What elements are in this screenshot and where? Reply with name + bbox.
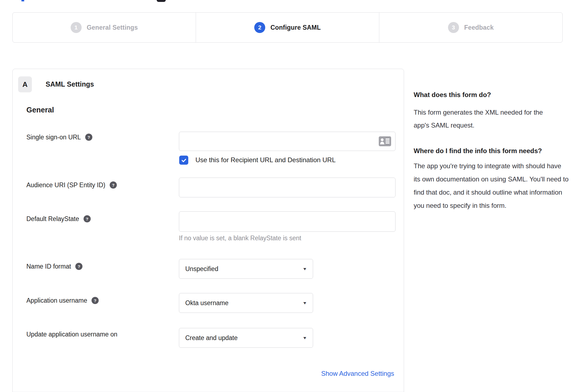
relaystate-label: Default RelayState [26, 215, 79, 223]
general-section-heading: General [26, 106, 54, 114]
step-configure-saml[interactable]: 2 Configure SAML [196, 13, 379, 42]
app-username-label: Application username [26, 297, 87, 304]
step-3-label: Feedback [464, 24, 494, 31]
step-general-settings[interactable]: 1 General Settings [13, 13, 196, 42]
relaystate-help-icon[interactable]: ? [84, 215, 91, 222]
name-id-format-help-icon[interactable]: ? [75, 263, 82, 270]
audience-uri-input[interactable] [179, 178, 396, 197]
step-2-label: Configure SAML [270, 24, 321, 31]
chevron-down-icon: ▼ [302, 336, 307, 340]
sidebar-heading-what: What does this form do? [414, 91, 569, 99]
audience-uri-label: Audience URI (SP Entity ID) [26, 181, 105, 189]
step-feedback[interactable]: 3 Feedback [379, 13, 562, 42]
update-username-label: Update application username on [26, 331, 117, 338]
card-title: SAML Settings [46, 80, 94, 88]
name-id-format-select[interactable]: Unspecified ▼ [179, 259, 313, 279]
saml-settings-card: A SAML Settings General Single sign-on U… [12, 69, 404, 392]
chevron-down-icon: ▼ [302, 267, 307, 271]
help-sidebar: What does this form do? This form genera… [414, 91, 569, 212]
sidebar-heading-where: Where do I find the info this form needs… [414, 144, 551, 157]
name-id-format-label: Name ID format [26, 263, 71, 270]
update-username-select[interactable]: Create and update ▼ [179, 328, 313, 348]
audience-uri-label-row: Audience URI (SP Entity ID) ? [26, 181, 117, 189]
step-2-number: 2 [254, 22, 265, 33]
sidebar-body-where: The app you're trying to integrate with … [414, 159, 569, 212]
sso-url-input[interactable] [179, 132, 396, 151]
name-id-format-label-row: Name ID format ? [26, 262, 82, 270]
recipient-url-checkbox-label[interactable]: Use this for Recipient URL and Destinati… [195, 156, 336, 164]
step-1-number: 1 [71, 22, 82, 33]
wizard-stepper: 1 General Settings 2 Configure SAML 3 Fe… [12, 12, 563, 43]
audience-uri-help-icon[interactable]: ? [110, 181, 117, 189]
sidebar-body-what: This form generates the XML needed for t… [414, 106, 558, 132]
relaystate-helper-text: If no value is set, a blank RelayState i… [179, 234, 301, 242]
relaystate-input[interactable] [179, 211, 396, 232]
checkmark-icon [181, 157, 187, 163]
relaystate-label-row: Default RelayState ? [26, 215, 91, 223]
step-3-number: 3 [448, 22, 459, 33]
section-a-badge: A [18, 76, 32, 92]
relaystate-input-wrap [179, 211, 396, 232]
name-id-format-value: Unspecified [185, 265, 218, 273]
show-advanced-settings-link[interactable]: Show Advanced Settings [321, 370, 394, 377]
app-username-select[interactable]: Okta username ▼ [179, 293, 313, 313]
header-fragment-blue-icon [21, 0, 24, 1]
chevron-down-icon: ▼ [302, 301, 307, 305]
update-username-value: Create and update [185, 334, 238, 342]
recipient-url-checkbox[interactable] [179, 156, 188, 165]
header-fragment-dark-icon [157, 0, 166, 2]
sso-url-label: Single sign-on URL [26, 134, 81, 141]
sso-url-help-icon[interactable]: ? [85, 134, 92, 141]
update-username-label-row: Update application username on [26, 330, 117, 338]
app-username-help-icon[interactable]: ? [92, 297, 99, 304]
audience-uri-input-wrap [179, 178, 396, 197]
step-1-label: General Settings [87, 24, 138, 31]
app-username-label-row: Application username ? [26, 296, 99, 305]
sso-url-label-row: Single sign-on URL ? [26, 133, 92, 141]
app-username-value: Okta username [185, 299, 228, 307]
contact-card-icon [379, 136, 391, 146]
sso-url-input-wrap [179, 132, 396, 151]
